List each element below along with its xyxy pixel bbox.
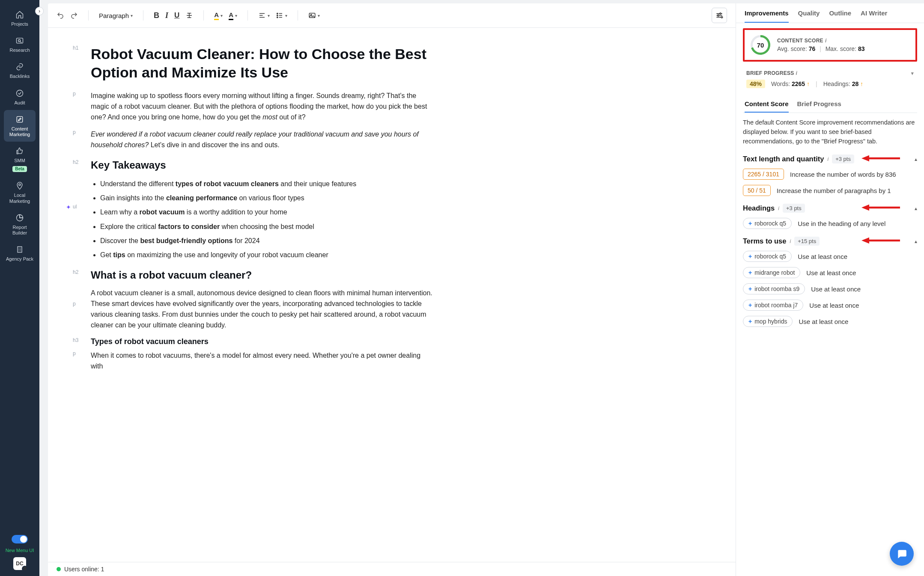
svg-rect-5 (18, 246, 22, 252)
info-icon: i (790, 238, 791, 244)
chevron-up-icon[interactable]: ▴ (915, 205, 917, 211)
ai-sparkle-icon[interactable]: ✦ (66, 204, 71, 211)
tab-ai-writer[interactable]: AI Writer (861, 9, 887, 23)
sidebar-item-audit[interactable]: Audit (4, 84, 36, 110)
chat-bubble-button[interactable] (890, 542, 914, 566)
sidebar-label: Local Marketing (6, 193, 34, 204)
paragraph[interactable]: Imagine waking up to spotless floors eve… (91, 91, 433, 122)
new-menu-toggle[interactable] (12, 535, 28, 543)
expand-caret-icon[interactable]: ▾ (911, 71, 914, 76)
heading-key-takeaways[interactable]: Key Takeaways (91, 159, 433, 171)
subtab-brief-progress[interactable]: Brief Progress (797, 100, 841, 113)
term-pill[interactable]: +roborock q5 (743, 218, 792, 229)
paragraph[interactable]: A robot vacuum cleaner is a small, auton… (91, 288, 433, 330)
sidebar-item-research[interactable]: Research (4, 31, 36, 57)
avatar-initials: DC (16, 561, 23, 567)
sidebar-label: Backlinks (10, 74, 30, 79)
chevron-up-icon[interactable]: ▴ (915, 238, 917, 244)
list-button[interactable]: ▾ (276, 12, 287, 19)
thumb-up-icon (15, 146, 25, 156)
recommendation-row: 2265 / 3101 Increase the number of words… (743, 169, 917, 180)
heading-types[interactable]: Types of robot vacuum cleaners (91, 337, 433, 346)
search-icon (15, 36, 25, 46)
section-terms[interactable]: Terms to use i +15 pts ▴ (743, 237, 917, 246)
sidebar-item-agency-pack[interactable]: Agency Pack (4, 240, 36, 266)
user-avatar[interactable]: DC (13, 557, 26, 570)
info-icon: i (778, 205, 779, 211)
rec-text: Use at least once (811, 285, 861, 293)
sidebar: › Projects Research Backlinks Audit Cont… (0, 0, 39, 576)
sidebar-item-local-marketing[interactable]: Local Marketing (4, 176, 36, 208)
score-value: 70 (753, 37, 768, 53)
italic-button[interactable]: I (165, 11, 168, 20)
brief-progress-label: BRIEF PROGRESS i ▾ (746, 70, 914, 76)
beta-badge: Beta (12, 166, 27, 172)
editor-body[interactable]: h1 Robot Vacuum Cleaner: How to Choose t… (48, 28, 736, 562)
svg-point-11 (720, 13, 721, 14)
text-color-button[interactable]: A▾ (229, 11, 237, 20)
sidebar-item-backlinks[interactable]: Backlinks (4, 57, 36, 83)
svg-rect-3 (17, 116, 22, 122)
undo-button[interactable] (57, 12, 64, 19)
recommendation-row: +irobot roomba s9 Use at least once (743, 283, 917, 294)
panel-tabs: Improvements Quality Outline AI Writer (736, 3, 924, 23)
tab-outline[interactable]: Outline (829, 9, 851, 23)
paragraph[interactable]: When it comes to robot vacuums, there's … (91, 350, 433, 372)
paragraph-style-dropdown[interactable]: Paragraph ▾ (99, 12, 133, 19)
section-title: Headings (743, 204, 775, 212)
tag-h2: h2 (73, 159, 78, 165)
brief-progress-box: BRIEF PROGRESS i ▾ 48% Words: 2265 ↑ | H… (743, 68, 917, 92)
paragraph[interactable]: Ever wondered if a robot vacuum cleaner … (91, 129, 433, 151)
sidebar-item-smm[interactable]: SMM Beta (4, 142, 36, 176)
highlight-color-button[interactable]: A▾ (214, 11, 223, 20)
brief-percent: 48% (746, 80, 765, 88)
list-item: Gain insights into the cleaning performa… (100, 192, 433, 204)
red-arrow-annotation (861, 154, 900, 164)
document-title[interactable]: Robot Vacuum Cleaner: How to Choose the … (91, 45, 433, 81)
info-icon: i (827, 156, 829, 162)
align-button[interactable]: ▾ (258, 12, 270, 19)
term-pill[interactable]: +irobot roomba s9 (743, 283, 805, 294)
expand-sidebar-button[interactable]: › (35, 7, 44, 15)
redo-button[interactable] (70, 12, 78, 19)
sidebar-item-content-marketing[interactable]: Content Marketing (4, 110, 36, 142)
strikethrough-button[interactable] (185, 12, 193, 19)
editor-settings-button[interactable] (712, 8, 727, 23)
toolbar: Paragraph ▾ B I U A▾ A▾ ▾ ▾ (48, 3, 736, 28)
chevron-up-icon[interactable]: ▴ (915, 156, 917, 162)
term-pill[interactable]: +mop hybrids (743, 316, 793, 327)
tag-p: p (73, 91, 76, 97)
sidebar-item-report-builder[interactable]: Report Builder (4, 208, 36, 240)
tab-quality[interactable]: Quality (798, 9, 820, 23)
rec-text: Increase the number of paragraphs by 1 (777, 187, 891, 194)
content-score-box: 70 CONTENT SCORE i Avg. score: 76 | Max.… (743, 28, 917, 62)
term-pill[interactable]: +irobot roomba j7 (743, 300, 803, 311)
term-pill[interactable]: +midrange robot (743, 267, 800, 278)
tag-h2: h2 (73, 269, 78, 275)
recommendation-row: +irobot roomba j7 Use at least once (743, 300, 917, 311)
term-pill[interactable]: +roborock q5 (743, 251, 792, 262)
style-label: Paragraph (99, 12, 129, 19)
sidebar-item-projects[interactable]: Projects (4, 5, 36, 31)
section-headings[interactable]: Headings i +3 pts ▴ (743, 204, 917, 213)
underline-button[interactable]: U (174, 11, 179, 20)
right-panel: Improvements Quality Outline AI Writer 7… (736, 3, 924, 576)
tag-p: p (73, 350, 76, 356)
tag-p: p (73, 129, 76, 135)
heading-what-is[interactable]: What is a robot vacuum cleaner? (91, 269, 433, 281)
tag-p: p (73, 301, 76, 307)
score-stats: Avg. score: 76 | Max. score: 83 (777, 45, 865, 52)
key-takeaways-list[interactable]: Understand the different types of robot … (100, 178, 433, 261)
svg-point-1 (18, 40, 21, 42)
count-pill: 50 / 51 (743, 185, 771, 196)
svg-point-6 (277, 13, 278, 14)
recommendation-row: 50 / 51 Increase the number of paragraph… (743, 185, 917, 196)
image-button[interactable]: ▾ (308, 12, 320, 19)
sidebar-label: Projects (11, 21, 28, 27)
subtab-content-score[interactable]: Content Score (745, 100, 789, 113)
sidebar-label: Audit (14, 100, 25, 106)
home-icon (15, 9, 25, 20)
tab-improvements[interactable]: Improvements (745, 9, 789, 23)
bold-button[interactable]: B (154, 11, 159, 20)
section-text-length[interactable]: Text length and quantity i +3 pts ▴ (743, 154, 917, 163)
